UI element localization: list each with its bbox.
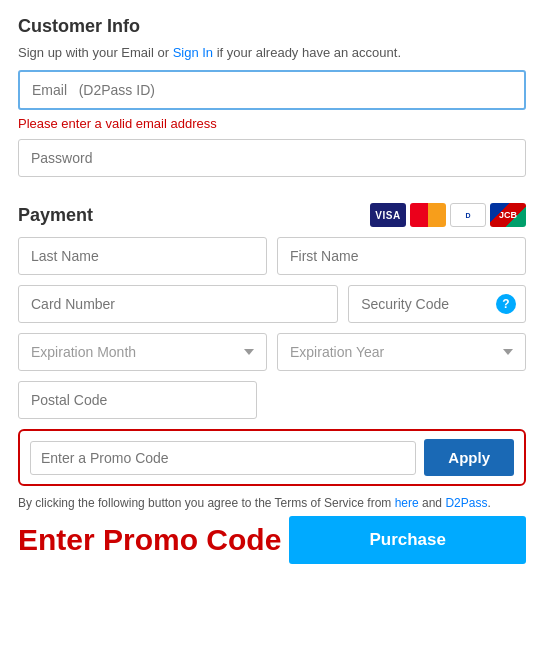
mastercard-icon: MC [410,203,446,227]
expiry-year-select[interactable]: Expiration Year 2024202520262027 2028202… [277,333,526,371]
first-name-input[interactable] [277,237,526,275]
d2pass-link[interactable]: D2Pass [445,496,487,510]
apply-button[interactable]: Apply [424,439,514,476]
jcb-icon: JCB [490,203,526,227]
bottom-row: Enter Promo Code Purchase [18,516,526,564]
purchase-button[interactable]: Purchase [289,516,526,564]
password-input[interactable] [18,139,526,177]
payment-title: Payment [18,205,93,226]
card-row: ? [18,285,526,323]
security-code-wrap: ? [348,285,526,323]
promo-section: Apply [18,429,526,486]
last-name-input[interactable] [18,237,267,275]
expiry-month-select[interactable]: Expiration Month 01020304 05060708 09101… [18,333,267,371]
name-row [18,237,526,275]
signin-link[interactable]: Sign In [173,45,213,60]
terms-here-link[interactable]: here [395,496,419,510]
expiry-row: Expiration Month 01020304 05060708 09101… [18,333,526,371]
postal-row [18,381,526,419]
promo-code-input[interactable] [30,441,416,475]
diners-icon: D [450,203,486,227]
signup-text: Sign up with your Email or Sign In if yo… [18,45,526,60]
postal-code-input[interactable] [18,381,257,419]
email-wrapper [18,70,526,110]
customer-info-title: Customer Info [18,16,526,37]
card-icons: VISA MC D JCB [370,203,526,227]
terms-text: By clicking the following button you agr… [18,496,526,510]
visa-icon: VISA [370,203,406,227]
security-help-icon[interactable]: ? [496,294,516,314]
promo-label: Enter Promo Code [18,525,281,555]
email-input[interactable] [20,72,524,108]
email-error: Please enter a valid email address [18,116,526,131]
card-number-wrap [18,285,338,323]
payment-header: Payment VISA MC D JCB [18,203,526,227]
card-number-input[interactable] [18,285,338,323]
